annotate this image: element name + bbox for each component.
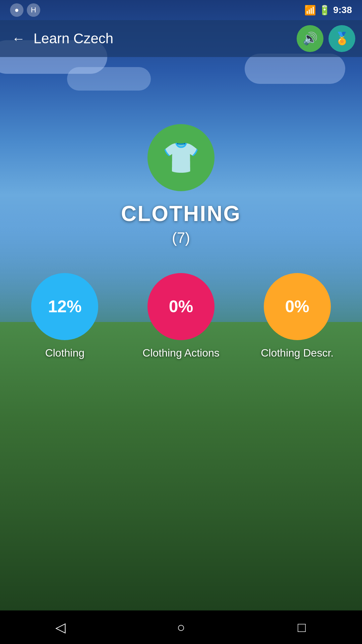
nav-home-button[interactable]: ○ [164,614,198,641]
clothing-actions-circle: 0% [147,273,215,340]
page-title: Learn Czech [30,31,297,47]
clothing-label: Clothing [45,347,84,359]
nav-home-icon: ○ [177,620,185,635]
category-title: CLOTHING [121,201,241,226]
clothing-descr-percentage: 0% [285,297,309,316]
nav-recent-button[interactable]: □ [285,614,318,641]
time-display: 9:38 [333,5,352,15]
clothing-icon-circle[interactable]: 👕 [147,124,215,191]
status-bar-left: ● H [10,3,40,17]
back-arrow-icon: ← [12,31,25,46]
subcategories-row: 12% Clothing 0% Clothing Actions 0% Clot… [0,273,362,359]
subcategory-clothing[interactable]: 12% Clothing [7,273,123,359]
signal-icon: 📶 [304,5,316,16]
subcategory-clothing-actions[interactable]: 0% Clothing Actions [123,273,239,359]
certificate-icon: 🏅 [335,32,350,46]
certificate-button[interactable]: 🏅 [328,25,355,52]
category-count: (7) [172,229,190,246]
status-bar-right: 📶 🔋 9:38 [304,5,352,16]
nav-bar: ◁ ○ □ [0,610,362,644]
nav-back-icon: ◁ [55,620,66,635]
top-bar-actions: 🔊 🏅 [297,25,355,52]
battery-icon: 🔋 [319,5,330,16]
main-content: 👕 CLOTHING (7) 12% Clothing 0% Clothing … [0,57,362,359]
tshirt-icon: 👕 [162,140,200,175]
audio-button[interactable]: 🔊 [297,25,323,52]
clothing-actions-label: Clothing Actions [142,347,219,359]
ground-overlay [0,322,362,644]
top-bar: ← Learn Czech 🔊 🏅 [0,20,362,57]
clothing-circle: 12% [31,273,98,340]
nav-recent-icon: □ [298,620,306,635]
back-button[interactable]: ← [7,27,30,50]
status-bar: ● H 📶 🔋 9:38 [0,0,362,20]
clothing-descr-circle: 0% [264,273,331,340]
nav-back-button[interactable]: ◁ [44,614,77,641]
clothing-descr-label: Clothing Descr. [261,347,334,359]
subcategory-clothing-descr[interactable]: 0% Clothing Descr. [239,273,355,359]
app-icon-1: ● [10,3,23,17]
clothing-percentage: 12% [48,297,81,316]
audio-icon: 🔊 [303,32,318,46]
app-icon-2: H [27,3,40,17]
clothing-actions-percentage: 0% [169,297,193,316]
